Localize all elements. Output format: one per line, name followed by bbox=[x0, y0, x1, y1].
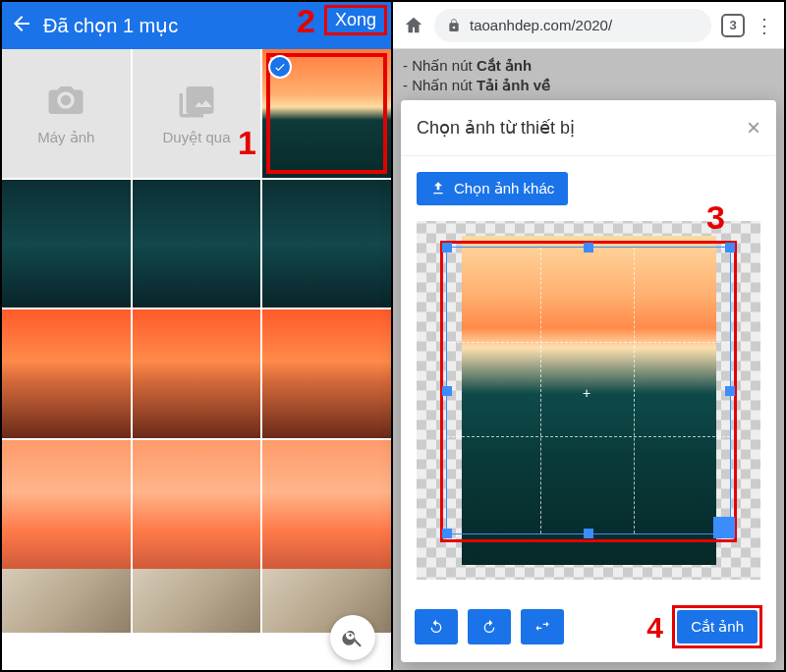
swap-horizontal-icon bbox=[534, 619, 550, 635]
photo-thumb[interactable] bbox=[262, 440, 391, 569]
bg-text-line: - Nhấn nút Cắt ảnh bbox=[403, 57, 774, 75]
magnify-plus-icon bbox=[341, 626, 365, 649]
undo-icon bbox=[428, 619, 444, 635]
back-arrow-icon[interactable] bbox=[10, 12, 33, 40]
photo-grid: Máy ảnh Duyệt qua bbox=[2, 49, 391, 569]
photo-thumb[interactable] bbox=[133, 569, 261, 633]
zoom-fab[interactable] bbox=[330, 615, 375, 660]
photo-thumb[interactable] bbox=[262, 569, 391, 633]
close-icon[interactable]: × bbox=[747, 114, 760, 141]
crop-canvas[interactable]: + bbox=[417, 221, 760, 580]
crop-center-icon: + bbox=[583, 385, 590, 401]
crop-handle[interactable] bbox=[442, 529, 452, 538]
flip-button[interactable] bbox=[521, 609, 564, 644]
crop-button-highlight: Cắt ảnh bbox=[672, 605, 762, 648]
gallery-icon bbox=[176, 80, 217, 121]
step-marker-1: 1 bbox=[238, 124, 256, 162]
crop-button-label: Cắt ảnh bbox=[691, 618, 744, 636]
crop-handle[interactable] bbox=[442, 243, 452, 252]
lock-icon bbox=[446, 18, 462, 33]
menu-kebab-icon[interactable]: ⋮ bbox=[755, 16, 774, 35]
photo-grid-partial bbox=[2, 569, 391, 633]
tabs-count[interactable]: 3 bbox=[721, 14, 745, 37]
step-marker-2: 2 bbox=[297, 2, 315, 40]
crop-modal: Chọn ảnh từ thiết bị × Chọn ảnh khác bbox=[401, 100, 776, 662]
done-highlight: Xong bbox=[324, 5, 387, 35]
image-picker-pane: 2 1 Đã chọn 1 mục Xong Máy ảnh Duyệt qua bbox=[2, 2, 393, 670]
camera-tile[interactable]: Máy ảnh bbox=[2, 49, 131, 178]
photo-thumb[interactable] bbox=[2, 569, 131, 633]
address-bar[interactable]: taoanhdep.com/2020/ bbox=[434, 9, 711, 42]
browser-pane: taoanhdep.com/2020/ 3 ⋮ - Nhấn nút Cắt ả… bbox=[393, 2, 784, 670]
picker-header: Đã chọn 1 mục Xong bbox=[2, 2, 391, 49]
modal-header: Chọn ảnh từ thiết bị × bbox=[401, 100, 776, 156]
url-text: taoanhdep.com/2020/ bbox=[470, 17, 612, 33]
modal-title: Chọn ảnh từ thiết bị bbox=[417, 117, 575, 139]
choose-other-image-button[interactable]: Chọn ảnh khác bbox=[417, 172, 568, 205]
home-icon[interactable] bbox=[403, 15, 424, 36]
crop-handle[interactable] bbox=[584, 243, 593, 252]
upload-icon bbox=[430, 181, 446, 196]
bg-text-line: - Nhấn nút Tải ảnh về bbox=[403, 77, 774, 94]
crop-handle[interactable] bbox=[725, 386, 735, 396]
crop-handle[interactable] bbox=[713, 517, 735, 538]
step-marker-3: 3 bbox=[706, 198, 725, 237]
browse-label: Duyệt qua bbox=[162, 129, 230, 146]
undo-button[interactable] bbox=[415, 609, 458, 644]
crop-handle[interactable] bbox=[584, 529, 593, 538]
photo-thumb[interactable] bbox=[133, 440, 261, 569]
crop-handle[interactable] bbox=[725, 243, 735, 252]
crop-handle[interactable] bbox=[442, 386, 452, 396]
done-button[interactable]: Xong bbox=[329, 9, 382, 30]
modal-footer: 4 Cắt ảnh bbox=[401, 595, 776, 662]
browser-toolbar: taoanhdep.com/2020/ 3 ⋮ bbox=[393, 2, 784, 49]
crop-button[interactable]: Cắt ảnh bbox=[677, 610, 758, 644]
photo-thumb[interactable] bbox=[262, 180, 391, 308]
camera-icon bbox=[45, 80, 86, 121]
photo-thumb[interactable] bbox=[2, 440, 131, 569]
photo-thumb[interactable] bbox=[2, 309, 131, 438]
photo-thumb[interactable] bbox=[133, 309, 261, 438]
choose-other-label: Chọn ảnh khác bbox=[454, 180, 554, 197]
photo-thumb[interactable] bbox=[2, 180, 131, 308]
crop-selection[interactable]: + bbox=[446, 247, 731, 534]
photo-thumb-selected[interactable] bbox=[262, 49, 391, 178]
photo-thumb[interactable] bbox=[133, 180, 261, 308]
photo-thumb[interactable] bbox=[262, 309, 391, 438]
step-marker-4: 4 bbox=[646, 611, 663, 644]
redo-icon bbox=[481, 619, 497, 635]
redo-button[interactable] bbox=[468, 609, 511, 644]
camera-label: Máy ảnh bbox=[37, 129, 94, 146]
